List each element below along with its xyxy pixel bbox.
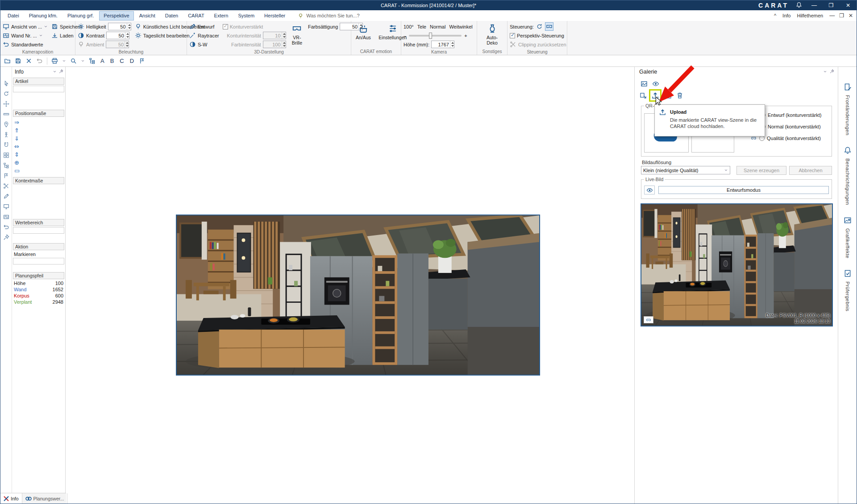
tab-system[interactable]: System xyxy=(233,11,259,21)
chevron-down-icon[interactable] xyxy=(62,58,66,64)
bildaufloesung-select[interactable]: Klein (niedrigste Qualität) xyxy=(641,166,730,174)
perspective-render[interactable] xyxy=(176,215,540,376)
measure-horizontal-icon[interactable]: ⇔ xyxy=(14,143,65,150)
rotate-tool-icon[interactable] xyxy=(3,91,9,97)
location-tool-icon[interactable] xyxy=(3,121,9,128)
chevron-down-icon[interactable] xyxy=(81,58,85,64)
measure-box-icon[interactable]: ▭ xyxy=(14,167,65,174)
pin-tool-icon[interactable] xyxy=(3,234,9,240)
close-button[interactable]: ✕ xyxy=(843,2,853,8)
move-tool-icon[interactable] xyxy=(3,101,9,107)
measure-down-icon[interactable]: ⇓ xyxy=(14,135,65,142)
tab-hersteller[interactable]: Hersteller xyxy=(260,11,290,21)
flag-tool-icon[interactable] xyxy=(3,173,9,179)
helligkeit-spinner[interactable] xyxy=(108,23,131,30)
info-menu[interactable]: Info xyxy=(782,13,790,18)
save-icon[interactable] xyxy=(15,58,21,64)
view-preset-a[interactable]: A xyxy=(100,58,105,64)
kontrast-spinner[interactable] xyxy=(106,32,129,39)
tell-me-search[interactable]: Was möchten Sie tun...? xyxy=(298,13,359,19)
scene-export-button[interactable] xyxy=(638,91,648,100)
pin-icon[interactable] xyxy=(830,69,834,75)
collapse-ribbon-button[interactable]: ^ xyxy=(774,13,776,18)
clipping-tool-icon[interactable] xyxy=(3,183,9,189)
fov-plus-button[interactable]: + xyxy=(464,33,467,38)
view-preset-c[interactable]: C xyxy=(119,58,125,64)
tab-grafikeffekte[interactable]: Grafikeffekte xyxy=(844,216,852,258)
tab-extern[interactable]: Extern xyxy=(210,11,233,21)
hierarchy-tool-icon[interactable] xyxy=(3,162,9,169)
chevron-down-icon[interactable] xyxy=(53,69,57,75)
close-plan-icon[interactable] xyxy=(25,58,32,64)
tab-datei[interactable]: Datei xyxy=(3,11,24,21)
vr-brille-button[interactable]: VR-Brille xyxy=(290,22,304,47)
perspektiv-steuerung-checkbox[interactable] xyxy=(510,33,515,38)
planning-canvas[interactable] xyxy=(66,67,634,504)
tab-pruefergebnis[interactable]: Prüfergebnis xyxy=(844,269,852,311)
measure-center-icon[interactable]: ⊕ xyxy=(14,159,65,166)
monitor-tool-icon[interactable] xyxy=(3,203,9,210)
measure-vertical-icon[interactable]: ⇕ xyxy=(14,151,65,158)
wertebereich-field[interactable] xyxy=(13,227,64,234)
print-icon[interactable] xyxy=(51,58,58,64)
radio-normal[interactable]: Normal (konturverstärkt) xyxy=(760,124,821,129)
ansicht-von-button[interactable]: Ansicht von ... xyxy=(3,22,48,31)
pencil-tool-icon[interactable] xyxy=(3,193,9,199)
measure-right-icon[interactable]: ⇒ xyxy=(14,119,65,126)
sw-button[interactable]: S-W xyxy=(189,40,219,49)
fov-slider[interactable] xyxy=(409,35,462,37)
tab-planung-grf[interactable]: Planung grf. xyxy=(63,11,98,21)
delete-scene-button[interactable] xyxy=(675,91,685,100)
tab-frontaenderungen[interactable]: Frontänderungen xyxy=(844,83,852,135)
tab-planungswerte[interactable]: Planungswer... xyxy=(22,493,68,504)
maximize-button[interactable]: ❐ xyxy=(826,2,836,8)
pointer-tool-icon[interactable] xyxy=(3,80,9,87)
aktion-field[interactable] xyxy=(13,258,64,264)
livebild-mode-bar[interactable]: Entwurfsmodus xyxy=(658,186,829,194)
scene-thumbnail[interactable]: Datei: PSV001_R (1000 x 435) 11.02.2026 … xyxy=(641,203,833,326)
tab-planung-kfm[interactable]: Planung kfm. xyxy=(25,11,62,21)
wand-nr-button[interactable]: Wand Nr. ... xyxy=(3,31,48,40)
vr-control-icon[interactable] xyxy=(545,22,553,31)
minimize-button[interactable]: — xyxy=(809,2,819,8)
fov-slider-handle[interactable] xyxy=(429,33,432,39)
hoehe-spinner[interactable] xyxy=(431,41,454,48)
chevron-down-icon[interactable] xyxy=(823,69,827,75)
tab-info[interactable]: Info xyxy=(0,493,22,504)
reset-tool-icon[interactable] xyxy=(3,224,9,230)
notifications-bell-icon[interactable] xyxy=(796,2,802,9)
view-preset-d[interactable]: D xyxy=(129,58,135,64)
zoom-icon[interactable] xyxy=(70,58,77,64)
raytracer-button[interactable]: Raytracer xyxy=(189,31,219,40)
gallery-image-button[interactable] xyxy=(639,79,649,89)
tab-daten[interactable]: Daten xyxy=(161,11,183,21)
grid-tool-icon[interactable] xyxy=(3,152,9,158)
auto-deko-button[interactable]: Auto-Deko xyxy=(479,22,505,47)
standardwerte-button[interactable]: Standardwerte xyxy=(3,40,48,49)
tab-benachrichtigungen[interactable]: Benachrichtigungen xyxy=(844,146,852,205)
view-preset-b[interactable]: B xyxy=(109,58,115,64)
magnet-tool-icon[interactable] xyxy=(3,142,9,148)
open-folder-icon[interactable] xyxy=(4,58,11,64)
radio-entwurf[interactable]: Entwurf (konturverstärkt) xyxy=(760,112,821,118)
person-tool-icon[interactable] xyxy=(3,132,9,138)
doc-minimize-button[interactable]: — xyxy=(829,12,835,19)
orbit-control-icon[interactable] xyxy=(536,23,543,30)
measure-tool-icon[interactable] xyxy=(3,111,9,117)
fov-minus-button[interactable]: – xyxy=(404,33,406,38)
tile-view-button[interactable] xyxy=(663,91,673,100)
hierarchy-icon[interactable] xyxy=(89,58,96,64)
tab-ansicht[interactable]: Ansicht xyxy=(135,11,160,21)
doc-close-button[interactable]: ✕ xyxy=(849,12,853,19)
entwurf-button[interactable]: Entwurf xyxy=(189,22,219,31)
doc-restore-button[interactable]: ❐ xyxy=(839,12,844,19)
pin-icon[interactable] xyxy=(59,69,63,75)
help-menu[interactable]: Hilfethemen xyxy=(797,13,823,18)
measure-up-icon[interactable]: ⇑ xyxy=(14,127,65,134)
gallery-view-button[interactable] xyxy=(651,79,661,89)
artikel-field[interactable] xyxy=(13,86,64,92)
wall-tool-icon[interactable] xyxy=(3,214,9,220)
livebild-eye-button[interactable] xyxy=(644,186,655,194)
flag-icon[interactable] xyxy=(139,58,146,64)
emotion-anaus-button[interactable]: An/Aus xyxy=(354,22,373,41)
